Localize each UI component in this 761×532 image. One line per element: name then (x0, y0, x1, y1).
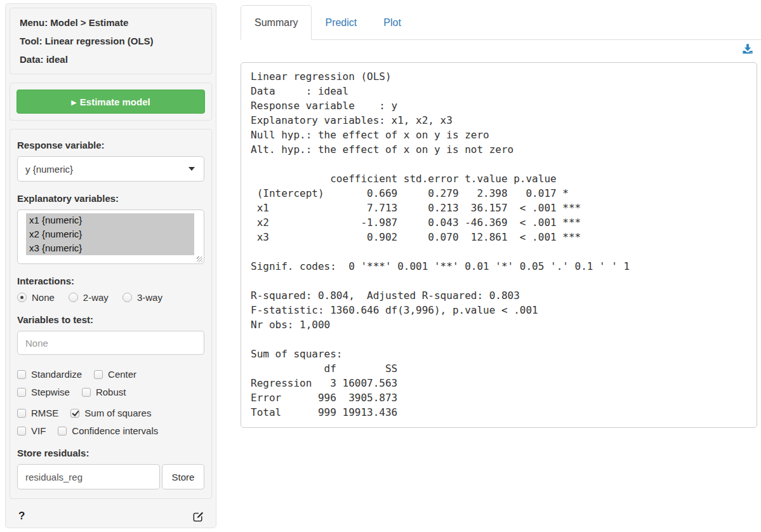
regression-summary-text: Linear regression (OLS) Data : ideal Res… (251, 69, 747, 420)
radio-label: None (32, 292, 55, 303)
listbox-option-x1[interactable]: x1 {numeric} (26, 213, 194, 227)
download-icon[interactable] (742, 43, 753, 57)
checkbox-stepwise[interactable]: Stepwise (17, 387, 70, 397)
checkbox-row: Standardize Center (17, 369, 204, 380)
output-options-checkboxes: RMSE Sum of squares VIF Confidence inter… (17, 408, 204, 436)
response-variable-value: y {numeric} (25, 164, 73, 175)
sidebar: Menu: Model > Estimate Tool: Linear regr… (5, 3, 216, 528)
radio-circle (69, 293, 78, 302)
checkbox-standardize[interactable]: Standardize (17, 369, 82, 380)
dataset-name: Data: ideal (20, 54, 202, 65)
summary-output-panel: Linear regression (OLS) Data : ideal Res… (241, 62, 757, 428)
store-button[interactable]: Store (162, 464, 204, 489)
checkbox-row: RMSE Sum of squares (17, 408, 204, 418)
estimate-model-button[interactable]: ▶Estimate model (17, 90, 205, 114)
checkbox-box (94, 370, 103, 379)
menu-breadcrumb: Menu: Model > Estimate (20, 17, 202, 28)
checkbox-box (58, 427, 67, 436)
checkbox-label: RMSE (31, 408, 58, 418)
interactions-label: Interactions: (17, 276, 204, 286)
edit-report-icon[interactable] (192, 510, 204, 522)
radio-interactions-2way[interactable]: 2-way (69, 292, 109, 303)
tab-predict[interactable]: Predict (312, 5, 370, 40)
variables-to-test-label: Variables to test: (17, 314, 204, 325)
checkbox-label: Stepwise (31, 387, 70, 397)
checkbox-label: Robust (96, 387, 126, 397)
response-variable-label: Response variable: (17, 140, 204, 150)
checkbox-label: VIF (31, 425, 46, 436)
checkbox-row: VIF Confidence intervals (17, 425, 204, 436)
checkbox-box (17, 388, 26, 397)
checkbox-center[interactable]: Center (94, 369, 136, 380)
main-panel: Summary Predict Plot Linear regression (… (241, 0, 761, 428)
radiant-app: Menu: Model > Estimate Tool: Linear regr… (0, 0, 761, 528)
listbox-option-x3[interactable]: x3 {numeric} (26, 241, 194, 255)
model-form-panel: Response variable: y {numeric} Explanato… (10, 129, 212, 499)
help-icon[interactable]: ? (18, 510, 25, 522)
chevron-down-icon (189, 167, 195, 171)
estimate-panel: ▶Estimate model (10, 83, 212, 121)
radio-circle (122, 293, 132, 302)
store-residuals-input[interactable] (17, 464, 160, 489)
estimate-model-label: Estimate model (80, 96, 150, 107)
store-residuals-row: Store (17, 464, 204, 489)
model-options-checkboxes: Standardize Center Stepwise Robust (17, 369, 204, 397)
tool-name: Tool: Linear regression (OLS) (20, 36, 202, 46)
model-info-panel: Menu: Model > Estimate Tool: Linear regr… (10, 8, 212, 74)
response-variable-select[interactable]: y {numeric} (17, 156, 204, 182)
resize-handle[interactable] (197, 256, 202, 262)
listbox-option-x2[interactable]: x2 {numeric} (26, 227, 194, 241)
sidebar-footer: ? (10, 510, 212, 524)
explanatory-variables-listbox[interactable]: x1 {numeric} x2 {numeric} x3 {numeric} (17, 209, 204, 264)
explanatory-variables-label: Explanatory variables: (17, 193, 204, 204)
radio-circle (17, 293, 27, 302)
checkbox-robust[interactable]: Robust (82, 387, 126, 397)
summary-toolbar (241, 40, 761, 57)
checkbox-confidence-intervals[interactable]: Confidence intervals (58, 425, 158, 436)
radio-interactions-none[interactable]: None (17, 292, 55, 303)
checkbox-box (17, 370, 26, 379)
checkbox-rmse[interactable]: RMSE (17, 408, 58, 418)
checkbox-label: Standardize (31, 369, 82, 380)
radio-label: 3-way (137, 292, 162, 303)
checkbox-label: Confidence intervals (72, 425, 158, 436)
checkbox-box (82, 388, 91, 397)
checkbox-box (17, 409, 26, 418)
checkbox-label: Sum of squares (84, 408, 151, 418)
tab-summary[interactable]: Summary (241, 5, 312, 40)
play-icon: ▶ (71, 98, 76, 106)
tab-plot[interactable]: Plot (370, 5, 414, 40)
variables-to-test-input[interactable] (17, 331, 204, 355)
radio-interactions-3way[interactable]: 3-way (122, 292, 162, 303)
radio-label: 2-way (83, 292, 109, 303)
checkbox-box (70, 409, 79, 418)
tab-bar: Summary Predict Plot (241, 5, 761, 40)
checkbox-box (17, 427, 26, 436)
checkbox-label: Center (108, 369, 136, 380)
interactions-radio-group: None 2-way 3-way (17, 292, 204, 303)
checkbox-row: Stepwise Robust (17, 387, 204, 397)
checkbox-sum-of-squares[interactable]: Sum of squares (70, 408, 151, 418)
checkbox-vif[interactable]: VIF (17, 425, 46, 436)
store-residuals-label: Store residuals: (17, 448, 204, 458)
